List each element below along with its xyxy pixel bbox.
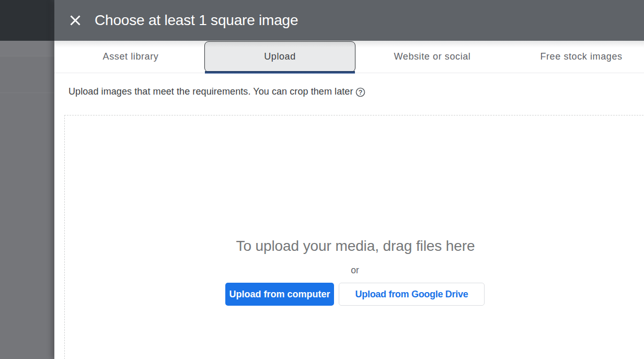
svg-text:?: ? <box>359 89 363 96</box>
